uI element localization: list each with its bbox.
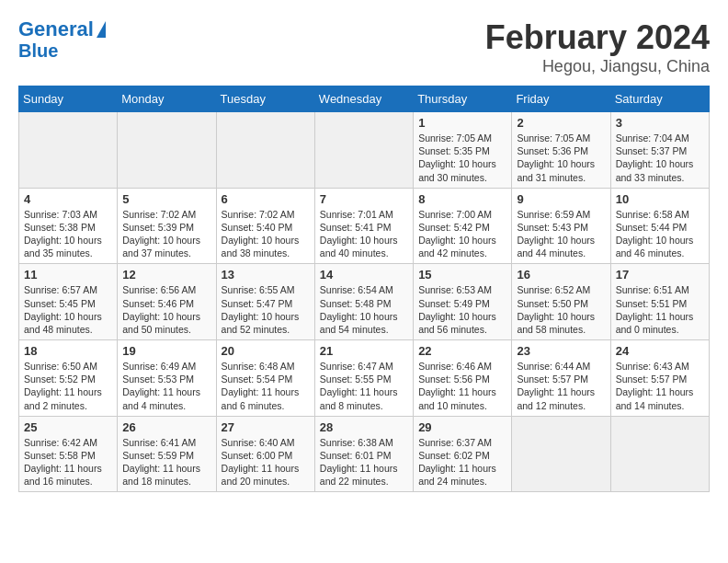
calendar-week-row: 1Sunrise: 7:05 AM Sunset: 5:35 PM Daylig… <box>19 112 710 189</box>
calendar-day-cell: 2Sunrise: 7:05 AM Sunset: 5:36 PM Daylig… <box>512 112 610 189</box>
day-number: 28 <box>320 420 408 434</box>
calendar-week-row: 25Sunrise: 6:42 AM Sunset: 5:58 PM Dayli… <box>19 416 710 492</box>
calendar-body: 1Sunrise: 7:05 AM Sunset: 5:35 PM Daylig… <box>19 112 710 492</box>
day-number: 18 <box>24 344 112 358</box>
day-number: 3 <box>616 116 704 130</box>
day-number: 21 <box>320 344 408 358</box>
day-info: Sunrise: 6:51 AM Sunset: 5:51 PM Dayligh… <box>616 283 704 336</box>
calendar-day-cell <box>512 416 610 492</box>
page-header: General Blue February 2024 Hegou, Jiangs… <box>18 18 710 76</box>
day-number: 22 <box>418 344 506 358</box>
calendar-day-cell <box>610 416 709 492</box>
day-number: 10 <box>616 192 704 206</box>
title-block: February 2024 Hegou, Jiangsu, China <box>485 18 710 76</box>
calendar-day-cell: 23Sunrise: 6:44 AM Sunset: 5:57 PM Dayli… <box>512 340 610 417</box>
calendar-day-header: Wednesday <box>314 86 413 112</box>
day-number: 26 <box>122 420 210 434</box>
day-info: Sunrise: 6:57 AM Sunset: 5:45 PM Dayligh… <box>24 283 112 336</box>
day-info: Sunrise: 7:03 AM Sunset: 5:38 PM Dayligh… <box>24 208 112 260</box>
day-number: 7 <box>320 192 408 206</box>
calendar-week-row: 11Sunrise: 6:57 AM Sunset: 5:45 PM Dayli… <box>19 264 710 340</box>
calendar-day-cell: 20Sunrise: 6:48 AM Sunset: 5:54 PM Dayli… <box>216 340 314 417</box>
calendar-day-cell: 15Sunrise: 6:53 AM Sunset: 5:49 PM Dayli… <box>414 264 512 340</box>
day-info: Sunrise: 6:54 AM Sunset: 5:48 PM Dayligh… <box>320 283 408 336</box>
day-info: Sunrise: 7:01 AM Sunset: 5:41 PM Dayligh… <box>320 208 408 260</box>
calendar-day-cell: 3Sunrise: 7:04 AM Sunset: 5:37 PM Daylig… <box>610 112 709 189</box>
day-info: Sunrise: 6:44 AM Sunset: 5:57 PM Dayligh… <box>517 360 605 412</box>
day-number: 1 <box>418 116 506 130</box>
calendar-day-header: Thursday <box>414 86 512 112</box>
calendar-header-row: SundayMondayTuesdayWednesdayThursdayFrid… <box>19 86 710 112</box>
calendar-day-cell: 26Sunrise: 6:41 AM Sunset: 5:59 PM Dayli… <box>118 416 216 492</box>
calendar-day-cell: 12Sunrise: 6:56 AM Sunset: 5:46 PM Dayli… <box>118 264 216 340</box>
day-info: Sunrise: 6:38 AM Sunset: 6:01 PM Dayligh… <box>320 436 408 488</box>
calendar-day-cell: 17Sunrise: 6:51 AM Sunset: 5:51 PM Dayli… <box>610 264 709 340</box>
day-number: 9 <box>517 192 605 206</box>
calendar-day-cell <box>19 112 118 189</box>
calendar-day-cell: 8Sunrise: 7:00 AM Sunset: 5:42 PM Daylig… <box>414 188 512 264</box>
day-number: 16 <box>517 268 605 282</box>
calendar-day-cell: 9Sunrise: 6:59 AM Sunset: 5:43 PM Daylig… <box>512 188 610 264</box>
day-number: 23 <box>517 344 605 358</box>
day-number: 15 <box>418 268 506 282</box>
day-number: 5 <box>122 192 210 206</box>
calendar-day-cell: 4Sunrise: 7:03 AM Sunset: 5:38 PM Daylig… <box>19 188 118 264</box>
calendar-day-cell: 7Sunrise: 7:01 AM Sunset: 5:41 PM Daylig… <box>314 188 413 264</box>
calendar-day-header: Friday <box>512 86 610 112</box>
day-number: 2 <box>517 116 605 130</box>
calendar-day-header: Monday <box>118 86 216 112</box>
day-number: 24 <box>616 344 704 358</box>
calendar-day-cell <box>314 112 413 189</box>
calendar-day-header: Tuesday <box>216 86 314 112</box>
calendar-day-cell: 18Sunrise: 6:50 AM Sunset: 5:52 PM Dayli… <box>19 340 118 417</box>
page-title: February 2024 <box>485 18 710 57</box>
day-number: 19 <box>122 344 210 358</box>
calendar-day-cell: 11Sunrise: 6:57 AM Sunset: 5:45 PM Dayli… <box>19 264 118 340</box>
page-subtitle: Hegou, Jiangsu, China <box>485 57 710 76</box>
day-info: Sunrise: 7:02 AM Sunset: 5:40 PM Dayligh… <box>222 208 310 260</box>
logo-icon <box>97 21 106 38</box>
calendar-day-cell: 16Sunrise: 6:52 AM Sunset: 5:50 PM Dayli… <box>512 264 610 340</box>
day-info: Sunrise: 6:48 AM Sunset: 5:54 PM Dayligh… <box>222 360 310 412</box>
calendar-week-row: 4Sunrise: 7:03 AM Sunset: 5:38 PM Daylig… <box>19 188 710 264</box>
day-number: 6 <box>222 192 310 206</box>
calendar-week-row: 18Sunrise: 6:50 AM Sunset: 5:52 PM Dayli… <box>19 340 710 417</box>
day-info: Sunrise: 6:46 AM Sunset: 5:56 PM Dayligh… <box>418 360 506 412</box>
day-number: 25 <box>24 420 112 434</box>
calendar-day-cell: 22Sunrise: 6:46 AM Sunset: 5:56 PM Dayli… <box>414 340 512 417</box>
calendar-day-cell: 25Sunrise: 6:42 AM Sunset: 5:58 PM Dayli… <box>19 416 118 492</box>
logo-text-blue: Blue <box>18 40 58 61</box>
day-number: 14 <box>320 268 408 282</box>
day-number: 13 <box>222 268 310 282</box>
calendar-day-cell: 1Sunrise: 7:05 AM Sunset: 5:35 PM Daylig… <box>414 112 512 189</box>
day-number: 27 <box>222 420 310 434</box>
day-number: 8 <box>418 192 506 206</box>
calendar-day-cell: 5Sunrise: 7:02 AM Sunset: 5:39 PM Daylig… <box>118 188 216 264</box>
day-info: Sunrise: 6:43 AM Sunset: 5:57 PM Dayligh… <box>616 360 704 412</box>
day-info: Sunrise: 6:47 AM Sunset: 5:55 PM Dayligh… <box>320 360 408 412</box>
calendar-day-cell: 24Sunrise: 6:43 AM Sunset: 5:57 PM Dayli… <box>610 340 709 417</box>
day-info: Sunrise: 7:04 AM Sunset: 5:37 PM Dayligh… <box>616 132 704 184</box>
day-info: Sunrise: 6:53 AM Sunset: 5:49 PM Dayligh… <box>418 283 506 336</box>
day-info: Sunrise: 7:02 AM Sunset: 5:39 PM Dayligh… <box>122 208 210 260</box>
day-info: Sunrise: 6:55 AM Sunset: 5:47 PM Dayligh… <box>222 283 310 336</box>
day-number: 4 <box>24 192 112 206</box>
day-info: Sunrise: 7:05 AM Sunset: 5:35 PM Dayligh… <box>418 132 506 184</box>
logo-text-general: General <box>18 18 94 40</box>
day-info: Sunrise: 6:50 AM Sunset: 5:52 PM Dayligh… <box>24 360 112 412</box>
day-number: 17 <box>616 268 704 282</box>
calendar-table: SundayMondayTuesdayWednesdayThursdayFrid… <box>18 86 710 492</box>
calendar-day-cell: 28Sunrise: 6:38 AM Sunset: 6:01 PM Dayli… <box>314 416 413 492</box>
calendar-day-cell: 6Sunrise: 7:02 AM Sunset: 5:40 PM Daylig… <box>216 188 314 264</box>
calendar-day-cell: 10Sunrise: 6:58 AM Sunset: 5:44 PM Dayli… <box>610 188 709 264</box>
day-info: Sunrise: 6:37 AM Sunset: 6:02 PM Dayligh… <box>418 436 506 488</box>
day-info: Sunrise: 6:40 AM Sunset: 6:00 PM Dayligh… <box>222 436 310 488</box>
calendar-day-header: Sunday <box>19 86 118 112</box>
day-info: Sunrise: 6:59 AM Sunset: 5:43 PM Dayligh… <box>517 208 605 260</box>
day-info: Sunrise: 6:49 AM Sunset: 5:53 PM Dayligh… <box>122 360 210 412</box>
day-info: Sunrise: 6:56 AM Sunset: 5:46 PM Dayligh… <box>122 283 210 336</box>
calendar-day-cell: 29Sunrise: 6:37 AM Sunset: 6:02 PM Dayli… <box>414 416 512 492</box>
day-number: 12 <box>122 268 210 282</box>
day-info: Sunrise: 6:58 AM Sunset: 5:44 PM Dayligh… <box>616 208 704 260</box>
day-info: Sunrise: 6:52 AM Sunset: 5:50 PM Dayligh… <box>517 283 605 336</box>
